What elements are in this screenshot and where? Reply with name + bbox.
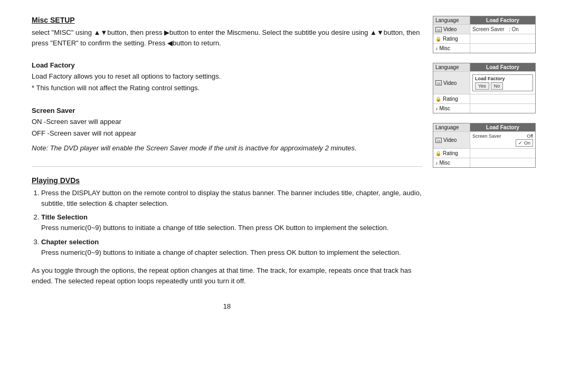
diagram-3-misc-row: ♪ Misc [433, 158, 535, 167]
lock-icon2: 🔒 [435, 97, 441, 102]
row-content-rating [470, 34, 535, 43]
screensaver-submenu: Screen Saver Off ✓ On [472, 133, 533, 147]
list-item-text: Press the DISPLAY button on the remote c… [41, 189, 422, 207]
lock-icon: 🔒 [435, 36, 441, 42]
diagram-2-left-label: Language [433, 63, 470, 71]
screen-saver-note: Note: The DVD player will enable the Scr… [32, 143, 422, 154]
misc-setup-title: Misc SETUP [32, 16, 422, 24]
ss-off-value: Off [527, 133, 533, 139]
diagram-1-left-label: Language [433, 16, 470, 24]
ss-on-checked[interactable]: ✓ On [516, 139, 533, 147]
playing-dvds-section: Playing DVDs Press the DISPLAY button on… [32, 176, 422, 286]
row-content-rating2 [470, 94, 535, 103]
list-item-bold: Title Selection [41, 213, 88, 221]
list-item-text: Press numeric(0~9) buttons to initiate a… [41, 224, 388, 232]
screen-saver-section: Screen Saver ON -Screen saver will appea… [32, 107, 422, 154]
diagram-3-right-label: Load Factory [470, 123, 535, 131]
list-item: Press the DISPLAY button on the remote c… [41, 188, 422, 209]
list-item: Title Selection Press numeric(0~9) butto… [41, 212, 422, 233]
diagram-2-video-row: ▭ Video Load Factory Yes No [433, 71, 535, 94]
diagram-1-header: Language Load Factory [433, 16, 535, 24]
diagram-1-right-label: Load Factory [470, 16, 535, 24]
diagram-3: Language Load Factory ▭ Video Screen Sav… [433, 123, 536, 168]
list-item-bold: Chapter selection [41, 238, 99, 246]
tv-icon2: ▭ [435, 80, 442, 85]
row-content-load-factory: Load Factory Yes No [470, 72, 535, 94]
tv-icon: ▭ [435, 27, 442, 32]
lock-icon3: 🔒 [435, 151, 441, 156]
diagram-3-left-label: Language [433, 123, 470, 131]
misc-setup-description: select "MISC" using ▲▼button, then press… [32, 27, 422, 49]
row-content-misc2 [470, 104, 535, 113]
content-area: Misc SETUP select "MISC" using ▲▼button,… [32, 16, 422, 310]
no-button[interactable]: No [491, 82, 504, 90]
diagram-1: Language Load Factory ▭ Video Screen Sav… [433, 16, 536, 53]
playing-dvds-title: Playing DVDs [32, 176, 422, 185]
playing-dvds-paragraph: As you toggle through the options, the r… [32, 265, 422, 286]
ss-bottom-row: ✓ On [472, 139, 533, 147]
submenu-title: Load Factory [475, 76, 530, 81]
diagram-2-right-label: Load Factory [470, 63, 535, 71]
note-icon2: ♪ [435, 106, 438, 111]
ss-top-row: Screen Saver Off [472, 133, 533, 139]
row-label-video: ▭ Video [433, 25, 470, 34]
tv-icon3: ▭ [435, 138, 442, 143]
diagram-3-header: Language Load Factory [433, 123, 535, 131]
playing-dvds-list: Press the DISPLAY button on the remote c… [32, 188, 422, 258]
row-label-video2: ▭ Video [433, 72, 470, 94]
row-label-rating: 🔒 Rating [433, 34, 470, 43]
load-factory-line2: * This function will not affect the Rati… [32, 83, 422, 93]
diagram-3-video-row: ▭ Video Screen Saver Off ✓ On [433, 131, 535, 148]
load-factory-section: Load Factory Load Factory allows you to … [32, 61, 422, 93]
list-item: Chapter selection Press numeric(0~9) but… [41, 237, 422, 258]
row-content-misc3 [470, 158, 535, 167]
screen-saver-title: Screen Saver [32, 107, 422, 114]
diagram-2-rating-row: 🔒 Rating [433, 94, 535, 103]
screen-saver-line1: ON -Screen saver will appear [32, 117, 422, 127]
diagrams-area: Language Load Factory ▭ Video Screen Sav… [433, 16, 538, 310]
row-label-rating3: 🔒 Rating [433, 149, 470, 158]
row-label-misc3: ♪ Misc [433, 158, 470, 167]
row-content-screensaver: Screen Saver : On [470, 25, 535, 34]
note-icon: ♪ [435, 46, 438, 51]
misc-setup-section: Misc SETUP select "MISC" using ▲▼button,… [32, 16, 422, 49]
load-factory-line1: Load Factory allows you to reset all opt… [32, 71, 422, 82]
screen-saver-line2: OFF -Screen saver will not appear [32, 128, 422, 139]
diagram-1-video-row: ▭ Video Screen Saver : On [433, 24, 535, 34]
submenu-buttons: Yes No [475, 82, 530, 90]
diagram-3-rating-row: 🔒 Rating [433, 148, 535, 158]
note-icon3: ♪ [435, 160, 438, 166]
diagram-2-header: Language Load Factory [433, 63, 535, 71]
yes-button[interactable]: Yes [475, 82, 489, 90]
diagram-1-misc-row: ♪ Misc [433, 43, 535, 53]
diagram-2: Language Load Factory ▭ Video Load Facto… [433, 63, 536, 113]
ss-label: Screen Saver [472, 133, 501, 139]
page-number: 18 [32, 302, 422, 310]
load-factory-submenu: Load Factory Yes No [472, 74, 533, 91]
list-item-text: Press numeric(0~9) buttons to initiate a… [41, 248, 401, 256]
row-content-screensaver3: Screen Saver Off ✓ On [470, 132, 535, 148]
row-label-rating2: 🔒 Rating [433, 94, 470, 103]
row-label-misc2: ♪ Misc [433, 104, 470, 113]
load-factory-title: Load Factory [32, 61, 422, 69]
row-label-misc: ♪ Misc [433, 44, 470, 53]
section-divider [32, 166, 422, 167]
row-content-rating3 [470, 149, 535, 158]
row-content-misc [470, 44, 535, 53]
diagram-1-rating-row: 🔒 Rating [433, 34, 535, 43]
diagram-2-misc-row: ♪ Misc [433, 103, 535, 113]
row-label-video3: ▭ Video [433, 132, 470, 148]
